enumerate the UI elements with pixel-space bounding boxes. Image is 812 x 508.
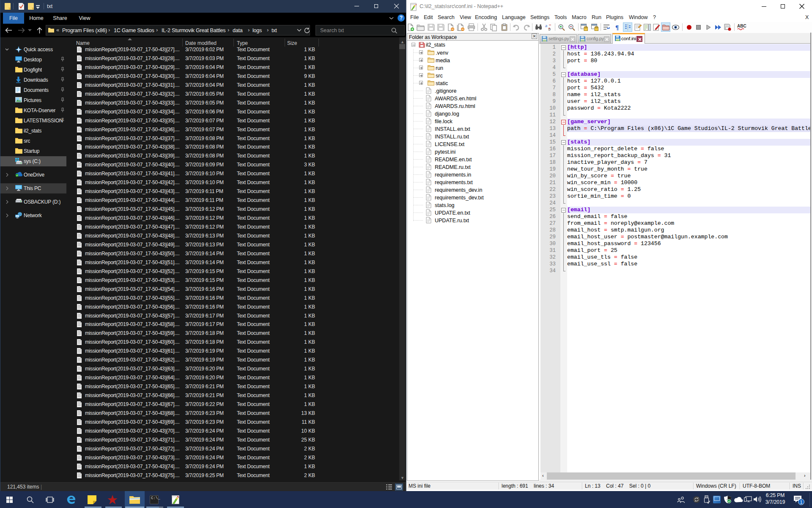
svg-text:ABC: ABC [737,24,746,28]
svg-text:b: b [549,27,551,31]
svg-text:a: a [545,24,547,28]
svg-text:¶: ¶ [615,24,619,31]
